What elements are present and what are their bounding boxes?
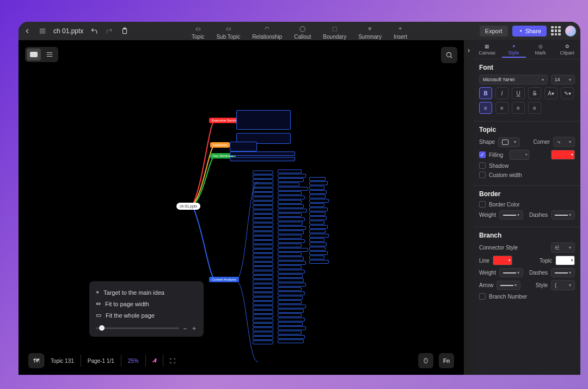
font-color-icon[interactable]: A▾ [544, 87, 558, 99]
apps-icon[interactable] [551, 26, 561, 36]
panel-tabs: ▦Canvas ✦Style ◎Mark ✿Clipart [474, 40, 580, 59]
select-value: Microsoft YaHei [483, 77, 514, 82]
shape-select[interactable]: ▾ [498, 137, 520, 147]
search-icon[interactable] [441, 47, 457, 63]
view-map-icon[interactable] [27, 48, 41, 60]
fullscreen-icon[interactable]: ⛶ [163, 355, 182, 367]
section-font: Font Microsoft YaHei▾ 14▾ B I U S A▾ ✎▾ … [474, 59, 580, 121]
zoom-slider[interactable] [96, 327, 179, 329]
canvas-icon: ▦ [485, 44, 489, 49]
mindmap-node[interactable] [230, 151, 295, 156]
shadow-checkbox[interactable] [479, 162, 486, 169]
chevron-down-icon: ▾ [569, 270, 571, 275]
tool-topic[interactable]: ▭Topic [192, 24, 204, 40]
highlight-icon[interactable]: ✎▾ [561, 87, 574, 99]
branch-number-checkbox[interactable] [479, 293, 486, 300]
tab-canvas[interactable]: ▦Canvas [475, 42, 499, 58]
line-color-swatch[interactable]: ▾ [493, 256, 512, 265]
tool-relationship[interactable]: ◠Relationship [252, 24, 282, 40]
mindmap-node[interactable] [236, 110, 291, 130]
border-color-checkbox[interactable] [479, 201, 486, 208]
redo-icon[interactable] [105, 27, 114, 35]
branch-dashes-select[interactable]: ▾ [551, 268, 575, 277]
canvas[interactable]: ch 01.pptx Executive Summary Keywords Ke… [19, 40, 464, 375]
zoom-fit-page[interactable]: ▭Fit the whole page [96, 309, 197, 321]
bold-icon[interactable]: B [479, 87, 492, 99]
tab-label: Canvas [479, 50, 495, 56]
custom-width-checkbox[interactable] [479, 172, 486, 178]
arrow-select[interactable]: ▾ [497, 281, 520, 290]
underline-icon[interactable]: U [512, 87, 525, 99]
status-page: Page-1 1/1 [81, 355, 121, 367]
tab-clipart[interactable]: ✿Clipart [555, 42, 579, 58]
avatar[interactable] [565, 26, 576, 37]
outline-map-icon[interactable]: 🗺 [28, 353, 44, 368]
panel-collapse-icon[interactable] [464, 40, 474, 375]
tab-style[interactable]: ✦Style [502, 42, 526, 58]
function-icon[interactable]: Fn [439, 353, 454, 368]
chevron-down-icon: ▾ [569, 77, 571, 82]
font-size-select[interactable]: 14▾ [551, 75, 575, 84]
chevron-down-icon: ▾ [514, 139, 516, 144]
style-panel: ▦Canvas ✦Style ◎Mark ✿Clipart Font Micro… [474, 40, 580, 375]
dashes-select[interactable]: ▾ [551, 210, 575, 220]
connector-select[interactable]: ∈▾ [551, 242, 575, 253]
paste-icon[interactable] [120, 27, 129, 35]
topic-color-swatch[interactable]: ▾ [555, 256, 575, 265]
zoom-plus-icon[interactable]: ＋ [191, 324, 197, 332]
tool-boundary[interactable]: ⬚Boundary [323, 24, 346, 40]
chevron-down-icon: ▾ [542, 77, 544, 82]
strike-icon[interactable]: S [528, 87, 541, 99]
mindmap-node[interactable] [230, 142, 257, 151]
fit-page-icon: ▭ [96, 312, 101, 319]
branch-weight-select[interactable]: ▾ [499, 268, 523, 277]
weight-select[interactable]: ▾ [499, 210, 523, 220]
zoom-value[interactable]: 25% [121, 355, 145, 367]
mindmap-node[interactable]: Content Analysis [209, 277, 239, 282]
svg-line-10 [450, 56, 452, 58]
tab-mark[interactable]: ◎Mark [529, 42, 553, 58]
tool-callout[interactable]: ◯Callout [294, 24, 311, 40]
view-outline-icon[interactable] [42, 48, 57, 60]
menu-icon[interactable] [38, 27, 47, 35]
corner-select[interactable]: ¬▾ [553, 137, 575, 147]
branch-style-select[interactable]: (▾ [551, 280, 575, 290]
tool-summary[interactable]: ≡Summary [358, 24, 382, 40]
fill-color-swatch[interactable]: ▾ [551, 150, 575, 160]
mindmap-node[interactable] [230, 157, 295, 161]
style-label: Style [536, 282, 548, 288]
align-right-icon[interactable]: ≡ [512, 102, 525, 114]
align-justify-icon[interactable]: ≡ [528, 102, 541, 114]
export-button[interactable]: Export [480, 26, 508, 37]
chevron-down-icon: ▾ [569, 139, 571, 144]
chevron-down-icon: ▾ [517, 212, 519, 217]
tool-subtopic[interactable]: ▭Sub Topic [216, 24, 240, 40]
zoom-fit-width[interactable]: ⇔Fit to page width [96, 298, 197, 309]
tool-insert[interactable]: ＋Insert [394, 24, 407, 40]
top-bar: ch 01.pptx ▭Topic ▭Sub Topic ◠Relationsh… [19, 22, 580, 40]
shadow-label: Shadow [489, 163, 509, 169]
undo-icon[interactable] [90, 27, 99, 35]
align-center-icon[interactable]: ≡ [495, 102, 509, 114]
italic-icon[interactable]: I [495, 87, 509, 99]
tool-label: Relationship [252, 34, 282, 40]
chevron-down-icon: ▾ [569, 212, 571, 217]
section-title: Topic [479, 126, 575, 133]
zoom-minus-icon[interactable]: − [183, 325, 187, 332]
fill-pattern-select[interactable]: ▾ [510, 150, 529, 160]
zoom-target-main[interactable]: ⌖Target to the main idea [96, 287, 197, 298]
align-left-icon[interactable]: ≡ [479, 102, 492, 114]
clipart-icon: ✿ [565, 44, 569, 49]
mindmap-node[interactable]: Keywords [210, 142, 230, 148]
share-button[interactable]: Share [512, 26, 547, 37]
filling-checkbox[interactable]: ✓ [479, 151, 486, 158]
zoom-item-label: Fit to page width [105, 301, 149, 307]
ai-icon[interactable]: 𝘼 [146, 354, 163, 367]
section-title: Font [479, 64, 575, 71]
section-title: Branch [479, 232, 575, 239]
back-icon[interactable] [23, 27, 32, 35]
mindmap-root[interactable]: ch 01.pptx [176, 203, 200, 210]
mouse-icon[interactable] [418, 353, 433, 368]
branch-number-label: Branch Number [489, 294, 527, 300]
font-family-select[interactable]: Microsoft YaHei▾ [479, 75, 548, 84]
